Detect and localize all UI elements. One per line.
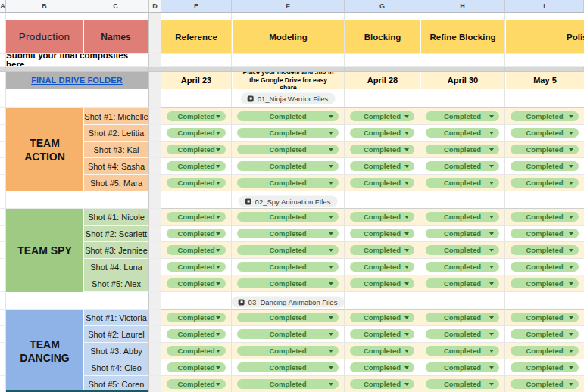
status-dropdown[interactable]: Completed bbox=[167, 262, 226, 272]
column-header-c[interactable]: C bbox=[83, 0, 148, 13]
status-dropdown[interactable]: Completed bbox=[426, 379, 499, 389]
status-dropdown[interactable]: Completed bbox=[350, 346, 414, 356]
status-dropdown[interactable]: Completed bbox=[237, 229, 339, 238]
status-dropdown[interactable]: Completed bbox=[426, 229, 499, 238]
status-dropdown[interactable]: Completed bbox=[426, 313, 499, 322]
column-header-h[interactable]: H bbox=[420, 0, 505, 13]
status-dropdown[interactable]: Completed bbox=[350, 161, 414, 171]
status-dropdown[interactable]: Completed bbox=[237, 128, 339, 138]
status-dropdown[interactable]: Completed bbox=[167, 111, 226, 121]
status-dropdown[interactable]: Completed bbox=[511, 111, 579, 121]
status-dropdown[interactable]: Completed bbox=[167, 212, 226, 222]
dropdown-arrow-icon bbox=[569, 216, 573, 219]
status-dropdown[interactable]: Completed bbox=[237, 178, 339, 188]
status-label: Completed bbox=[444, 363, 481, 372]
status-dropdown[interactable]: Completed bbox=[237, 145, 339, 154]
cell bbox=[420, 295, 505, 310]
status-dropdown[interactable]: Completed bbox=[426, 145, 499, 154]
status-dropdown[interactable]: Completed bbox=[237, 161, 339, 171]
status-dropdown[interactable]: Completed bbox=[426, 161, 499, 171]
status-dropdown[interactable]: Completed bbox=[350, 313, 414, 322]
status-dropdown[interactable]: Completed bbox=[426, 178, 499, 188]
column-header-g[interactable]: G bbox=[345, 0, 420, 13]
status-dropdown[interactable]: Completed bbox=[350, 245, 414, 255]
status-dropdown[interactable]: Completed bbox=[511, 128, 579, 138]
status-dropdown[interactable]: Completed bbox=[167, 379, 226, 389]
status-dropdown[interactable]: Completed bbox=[511, 313, 579, 322]
column-header-e[interactable]: E bbox=[161, 0, 232, 13]
status-dropdown[interactable]: Completed bbox=[350, 379, 414, 389]
status-dropdown[interactable]: Completed bbox=[511, 362, 579, 372]
status-dropdown[interactable]: Completed bbox=[511, 229, 579, 238]
status-dropdown[interactable]: Completed bbox=[237, 212, 339, 222]
status-dropdown[interactable]: Completed bbox=[426, 212, 499, 222]
dropdown-arrow-icon bbox=[404, 333, 409, 336]
status-dropdown[interactable]: Completed bbox=[167, 229, 226, 238]
status-dropdown[interactable]: Completed bbox=[350, 262, 414, 272]
shot-row: Shot #4: Luna Completed Completed Comple… bbox=[0, 259, 584, 275]
column-header-d[interactable]: D bbox=[148, 0, 161, 13]
status-dropdown[interactable]: Completed bbox=[237, 245, 339, 255]
status-dropdown[interactable]: Completed bbox=[350, 362, 414, 372]
status-dropdown[interactable]: Completed bbox=[237, 346, 339, 356]
column-header-i[interactable]: I bbox=[505, 0, 584, 13]
status-dropdown[interactable]: Completed bbox=[237, 278, 339, 288]
column-header-a[interactable]: A bbox=[0, 0, 6, 13]
status-dropdown[interactable]: Completed bbox=[350, 128, 414, 138]
status-dropdown[interactable]: Completed bbox=[350, 145, 414, 154]
status-label: Completed bbox=[177, 246, 214, 254]
status-dropdown[interactable]: Completed bbox=[426, 245, 499, 255]
drive-file-chip[interactable]: 03_Dancing Animation Files bbox=[232, 297, 344, 308]
team-sections: 01_Ninja Warrior Files Shot #1: Michelle… bbox=[0, 89, 584, 392]
status-dropdown[interactable]: Completed bbox=[511, 379, 579, 389]
status-cell: Completed bbox=[161, 310, 232, 326]
dropdown-arrow-icon bbox=[404, 350, 409, 353]
status-dropdown[interactable]: Completed bbox=[167, 178, 226, 188]
status-dropdown[interactable]: Completed bbox=[350, 229, 414, 238]
status-dropdown[interactable]: Completed bbox=[167, 128, 226, 138]
cell bbox=[161, 89, 232, 108]
status-dropdown[interactable]: Completed bbox=[237, 262, 339, 272]
column-header-f[interactable]: F bbox=[232, 0, 345, 13]
column-header-b[interactable]: B bbox=[6, 0, 83, 13]
status-dropdown[interactable]: Completed bbox=[167, 245, 226, 255]
status-dropdown[interactable]: Completed bbox=[237, 313, 339, 322]
status-dropdown[interactable]: Completed bbox=[511, 212, 579, 222]
status-dropdown[interactable]: Completed bbox=[511, 145, 579, 154]
status-dropdown[interactable]: Completed bbox=[167, 346, 226, 356]
status-dropdown[interactable]: Completed bbox=[237, 379, 339, 389]
status-label: Completed bbox=[364, 279, 401, 288]
status-dropdown[interactable]: Completed bbox=[511, 329, 579, 339]
status-dropdown[interactable]: Completed bbox=[237, 111, 339, 121]
status-dropdown[interactable]: Completed bbox=[237, 362, 339, 372]
status-dropdown[interactable]: Completed bbox=[511, 262, 579, 272]
drive-file-chip[interactable]: 02_Spy Animation FIles bbox=[239, 196, 338, 207]
drive-folder-link[interactable]: FINAL DRIVE FOLDER bbox=[31, 76, 123, 85]
status-dropdown[interactable]: Completed bbox=[511, 178, 579, 188]
status-dropdown[interactable]: Completed bbox=[511, 245, 579, 255]
status-dropdown[interactable]: Completed bbox=[167, 313, 226, 322]
status-dropdown[interactable]: Completed bbox=[426, 128, 499, 138]
status-dropdown[interactable]: Completed bbox=[350, 178, 414, 188]
status-dropdown[interactable]: Completed bbox=[426, 362, 499, 372]
status-dropdown[interactable]: Completed bbox=[426, 278, 499, 288]
status-dropdown[interactable]: Completed bbox=[350, 111, 414, 121]
status-dropdown[interactable]: Completed bbox=[511, 161, 579, 171]
status-dropdown[interactable]: Completed bbox=[511, 278, 579, 288]
status-dropdown[interactable]: Completed bbox=[167, 329, 226, 339]
status-dropdown[interactable]: Completed bbox=[167, 145, 226, 154]
column-letter: G bbox=[379, 2, 385, 10]
status-dropdown[interactable]: Completed bbox=[350, 329, 414, 339]
status-dropdown[interactable]: Completed bbox=[426, 329, 499, 339]
status-dropdown[interactable]: Completed bbox=[350, 212, 414, 222]
status-dropdown[interactable]: Completed bbox=[426, 111, 499, 121]
status-dropdown[interactable]: Completed bbox=[350, 278, 414, 288]
status-dropdown[interactable]: Completed bbox=[167, 278, 226, 288]
status-dropdown[interactable]: Completed bbox=[426, 346, 499, 356]
status-dropdown[interactable]: Completed bbox=[167, 362, 226, 372]
status-dropdown[interactable]: Completed bbox=[426, 262, 499, 272]
status-dropdown[interactable]: Completed bbox=[511, 346, 579, 356]
status-dropdown[interactable]: Completed bbox=[167, 161, 226, 171]
drive-file-chip[interactable]: 01_Ninja Warrior Files bbox=[241, 93, 336, 104]
status-dropdown[interactable]: Completed bbox=[237, 329, 339, 339]
